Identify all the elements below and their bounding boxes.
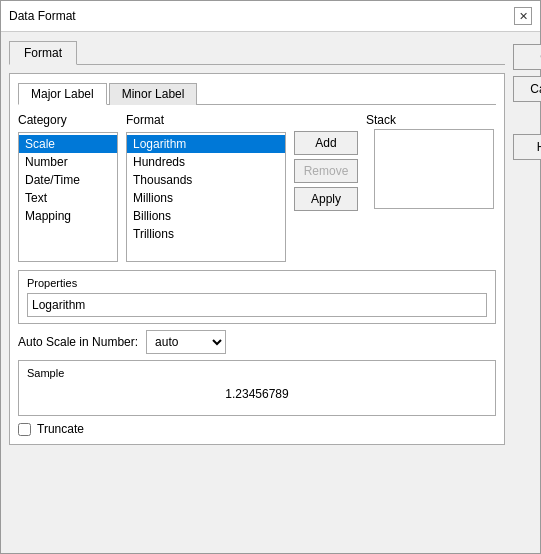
stack-box (374, 129, 494, 209)
list-item[interactable]: Logarithm (127, 135, 285, 153)
sample-value: 1.23456789 (27, 387, 487, 401)
format-label: Format (126, 113, 286, 127)
properties-section: Properties (18, 270, 496, 324)
list-item[interactable]: Text (19, 189, 117, 207)
auto-scale-row: Auto Scale in Number: auto none custom (18, 330, 496, 354)
apply-button[interactable]: Apply (294, 187, 358, 211)
inner-tab-bar: Major Label Minor Label (18, 82, 496, 105)
format-buttons: Add Remove Apply (294, 113, 358, 262)
list-item[interactable]: Date/Time (19, 171, 117, 189)
list-item[interactable]: Mapping (19, 207, 117, 225)
main-area: Format Major Label Minor Label Category … (9, 40, 505, 445)
category-label: Category (18, 113, 118, 127)
auto-scale-select[interactable]: auto none custom (146, 330, 226, 354)
sample-section: Sample 1.23456789 (18, 360, 496, 416)
dialog-title: Data Format (9, 9, 76, 23)
add-button[interactable]: Add (294, 131, 358, 155)
list-item[interactable]: Scale (19, 135, 117, 153)
truncate-row: Truncate (18, 422, 496, 436)
window-content: Format Major Label Minor Label Category … (1, 32, 540, 453)
auto-scale-label: Auto Scale in Number: (18, 335, 138, 349)
right-buttons: OK Cancel Help (513, 40, 541, 445)
list-item[interactable]: Hundreds (127, 153, 285, 171)
list-item[interactable]: Millions (127, 189, 285, 207)
data-format-dialog: Data Format ✕ Format Major Label Minor L… (0, 0, 541, 554)
lists-row: Category Scale Number Date/Time Text Map… (18, 113, 496, 262)
tab-major-label[interactable]: Major Label (18, 83, 107, 105)
tab-format[interactable]: Format (9, 41, 77, 65)
ok-button[interactable]: OK (513, 44, 541, 70)
left-bottom: Properties Auto Scale in Number: auto no… (18, 270, 496, 436)
truncate-checkbox[interactable] (18, 423, 31, 436)
list-item[interactable]: Trillions (127, 225, 285, 243)
outer-tab-bar: Format (9, 40, 505, 65)
format-area: Format Logarithm Hundreds Thousands Mill… (126, 113, 358, 262)
format-list[interactable]: Logarithm Hundreds Thousands Millions Bi… (126, 132, 286, 262)
truncate-label: Truncate (37, 422, 84, 436)
properties-label: Properties (27, 277, 487, 289)
properties-input[interactable] (27, 293, 487, 317)
title-bar: Data Format ✕ (1, 1, 540, 32)
format-tab-panel: Major Label Minor Label Category Scale N… (9, 73, 505, 445)
close-button[interactable]: ✕ (514, 7, 532, 25)
tab-minor-label[interactable]: Minor Label (109, 83, 198, 105)
list-item[interactable]: Number (19, 153, 117, 171)
stack-area: Stack (366, 113, 496, 262)
cancel-button[interactable]: Cancel (513, 76, 541, 102)
remove-button[interactable]: Remove (294, 159, 358, 183)
sample-label: Sample (27, 367, 487, 379)
list-item[interactable]: Billions (127, 207, 285, 225)
category-group: Category Scale Number Date/Time Text Map… (18, 113, 118, 262)
format-list-group: Format Logarithm Hundreds Thousands Mill… (126, 113, 286, 262)
stack-label: Stack (366, 113, 396, 127)
category-list[interactable]: Scale Number Date/Time Text Mapping (18, 132, 118, 262)
help-button[interactable]: Help (513, 134, 541, 160)
list-item[interactable]: Thousands (127, 171, 285, 189)
